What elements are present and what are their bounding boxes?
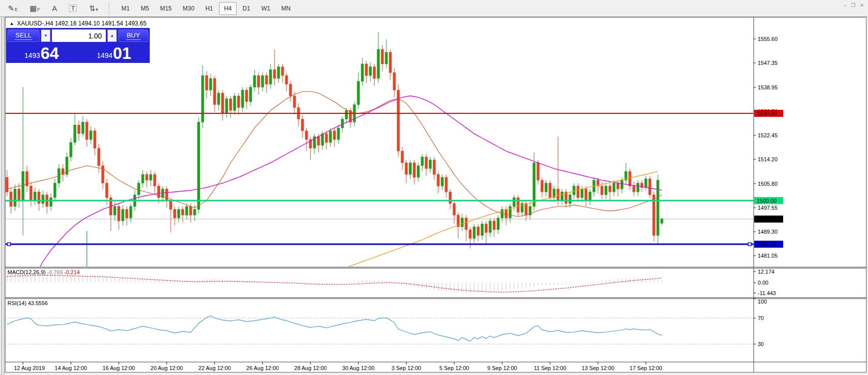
text-label-tool-icon[interactable]: T bbox=[69, 4, 77, 12]
sell-button[interactable]: SELL bbox=[7, 29, 39, 42]
timeframe-m30-button[interactable]: M30 bbox=[178, 2, 199, 15]
sell-price[interactable]: 1493 64 bbox=[7, 42, 76, 62]
volume-field[interactable]: 1.00 bbox=[52, 29, 106, 42]
chart-title: ▲ XAUUSD-,H4 1492.16 1494.10 1491.54 149… bbox=[9, 20, 146, 27]
sell-price-small: 1493 bbox=[24, 51, 40, 59]
restore-window-button[interactable]: ❐ bbox=[851, 2, 856, 8]
timeframe-mn-button[interactable]: MN bbox=[276, 2, 295, 15]
draw-tool-f-icon[interactable]: ▦F bbox=[30, 4, 40, 12]
toolbar-separator bbox=[109, 2, 110, 14]
buy-price[interactable]: 1494 01 bbox=[80, 42, 148, 62]
timeframe-d1-button[interactable]: D1 bbox=[238, 2, 255, 15]
buy-button[interactable]: BUY bbox=[118, 29, 148, 42]
sell-price-big: 64 bbox=[40, 45, 59, 61]
timeframe-m5-button[interactable]: M5 bbox=[136, 2, 154, 15]
window-controls: ‒❐✕ bbox=[844, 2, 864, 8]
draw-tool-e-icon[interactable]: ✎E bbox=[8, 4, 18, 12]
toolbar: ✎E▦FAT⇅▾ M1M5M15M30H1H4D1W1MN ‒❐✕ bbox=[0, 0, 868, 17]
timeframe-h1-button[interactable]: H1 bbox=[200, 2, 218, 15]
timeframe-m1-button[interactable]: M1 bbox=[116, 2, 135, 15]
close-window-button[interactable]: ✕ bbox=[860, 2, 864, 8]
timeframe-w1-button[interactable]: W1 bbox=[256, 2, 275, 15]
timeframe-m15-button[interactable]: M15 bbox=[155, 2, 177, 15]
chart-window bbox=[5, 17, 867, 373]
volume-decrease-button[interactable]: ▼ bbox=[41, 29, 50, 42]
timeframe-buttons: M1M5M15M30H1H4D1W1MN bbox=[116, 2, 296, 15]
arrange-shift-tool-icon[interactable]: ⇅▾ bbox=[89, 4, 98, 12]
drawing-tools: ✎E▦FAT⇅▾ bbox=[0, 4, 98, 12]
buy-price-small: 1494 bbox=[97, 51, 112, 59]
collapse-arrow-icon[interactable]: ▲ bbox=[9, 21, 14, 26]
one-click-trading-panel: SELL ▼ 1.00 ▲ BUY 1493 64 1494 01 bbox=[6, 28, 150, 63]
volume-increase-button[interactable]: ▲ bbox=[107, 29, 117, 42]
text-tool-icon[interactable]: A bbox=[52, 4, 57, 12]
buy-price-big: 01 bbox=[113, 45, 131, 61]
window-left-frame bbox=[0, 0, 5, 375]
minimize-window-button[interactable]: ‒ bbox=[844, 2, 847, 8]
chart-title-text: XAUUSD-,H4 1492.16 1494.10 1491.54 1493.… bbox=[17, 20, 147, 27]
timeframe-h4-button[interactable]: H4 bbox=[219, 2, 237, 15]
